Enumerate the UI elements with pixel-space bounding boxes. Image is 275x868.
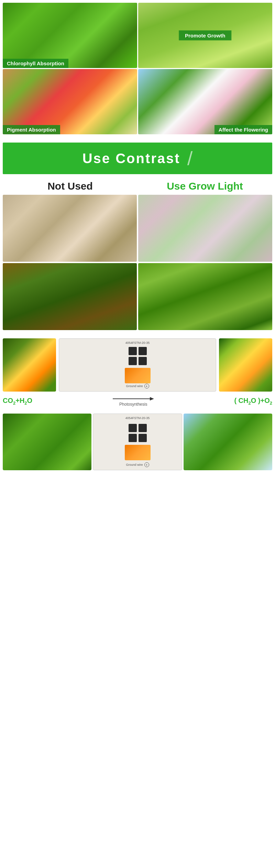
equation-middle: Photosynthesis — [32, 396, 234, 407]
photo-equation-row: CO2+H2O Photosynthesis ( CH2O )+O2 — [3, 392, 272, 408]
bottom-greenhouse — [184, 414, 272, 470]
photo-right-plant — [219, 338, 272, 392]
benefit-sprouts-cell: Promote Growth — [138, 3, 273, 68]
chip-sq-1 — [129, 347, 137, 355]
chip-sq-3 — [129, 357, 137, 365]
comparison-succulent-green — [138, 263, 272, 330]
benefit-chlorophyll-label: Chlorophyll Absorption — [3, 59, 68, 68]
benefit-spinach-cell: Chlorophyll Absorption — [3, 3, 137, 68]
comparison-seedling-dark — [3, 263, 137, 330]
bottom-plant-tray — [3, 414, 91, 470]
chip-bottom-label: Ground wire — [126, 384, 143, 388]
bottom-chip-squares — [129, 424, 147, 442]
chip-top-label: 4054FSTM-20-35 — [125, 341, 150, 345]
contrast-header-section: Use Contrast / — [3, 143, 272, 174]
benefit-veggies-cell: Pigment Absorption — [3, 69, 137, 134]
photosynthesis-section: 4054FSTM-20-35 Ground wire + CO2+H2O — [0, 330, 275, 411]
benefit-promote-label: Promote Growth — [179, 31, 232, 41]
photo-led-chip: 4054FSTM-20-35 Ground wire + — [59, 338, 216, 392]
photo-left-plant — [3, 338, 56, 392]
chip-ground-symbol: + — [144, 384, 149, 388]
label-use-grow-light: Use Grow Light — [138, 180, 272, 192]
bottom-images-row: 4054FSTM-20-35 Ground wire + — [0, 411, 275, 476]
label-not-used: Not Used — [3, 180, 138, 192]
bottom-led-chip: 4054FSTM-20-35 Ground wire + — [93, 414, 182, 470]
chip-bottom-row: Ground wire + — [126, 384, 149, 388]
svg-marker-1 — [150, 397, 154, 401]
equation-right: ( CH2O )+O2 — [234, 397, 272, 406]
benefit-flower-cell: Affect the Flowering — [138, 69, 273, 134]
benefit-pigment-label: Pigment Absorption — [3, 125, 60, 134]
photo-top-row: 4054FSTM-20-35 Ground wire + — [3, 338, 272, 392]
contrast-slash: / — [187, 149, 193, 168]
comparison-succulent-vivid — [138, 195, 272, 262]
bottom-chip-orange — [125, 445, 151, 460]
bottom-chip-bottom-label: Ground wire — [126, 463, 143, 466]
chip-sq-4 — [139, 357, 147, 365]
equation-arrow-svg — [113, 396, 154, 402]
equation-left: CO2+H2O — [3, 397, 32, 406]
comparison-row-2 — [0, 262, 275, 330]
comparison-labels: Not Used Use Grow Light — [0, 174, 275, 195]
equation-photosynthesis-label: Photosynthesis — [119, 402, 147, 407]
chip-sq-2 — [139, 347, 147, 355]
chip-orange-emitter — [125, 368, 151, 383]
bottom-chip-top-label: 4054FSTM-20-35 — [125, 416, 150, 420]
chip-squares — [129, 347, 147, 365]
benefit-flowering-label: Affect the Flowering — [214, 125, 272, 134]
contrast-title: Use Contrast — [82, 151, 180, 166]
comparison-row-1 — [0, 195, 275, 262]
comparison-succulent-pale — [3, 195, 137, 262]
benefits-section: Chlorophyll Absorption Promote Growth Pi… — [0, 0, 275, 134]
